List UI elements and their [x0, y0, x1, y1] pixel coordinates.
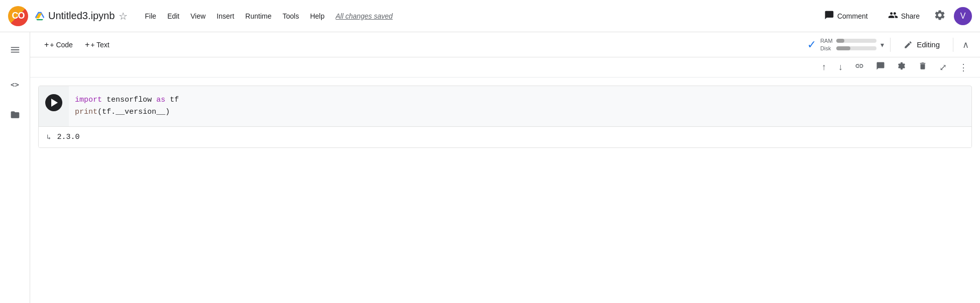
notebook-toolbar: + + Code + + Text ✓ RAM: [30, 32, 980, 57]
function-print: print: [75, 108, 97, 116]
add-text-plus-icon: +: [85, 40, 89, 49]
disk-bar-track: [836, 46, 876, 50]
cell-inner: import tensorflow as tf print(tf.__versi…: [39, 86, 971, 126]
nav-insert[interactable]: Insert: [212, 9, 239, 23]
add-code-button[interactable]: + + Code: [38, 37, 79, 52]
nav-tools[interactable]: Tools: [277, 9, 304, 23]
file-title: Untitled3.ipynb: [48, 10, 115, 22]
ram-bar: RAM: [820, 38, 876, 44]
comment-label: Comment: [837, 12, 868, 20]
connection-check-icon: ✓: [807, 38, 816, 51]
output-text: 2.3.0: [57, 133, 79, 141]
nav-help[interactable]: Help: [305, 9, 330, 23]
notebook-area: + + Code + + Text ✓ RAM: [30, 32, 980, 303]
more-options-button[interactable]: ⋮: [955, 60, 972, 75]
user-avatar[interactable]: V: [954, 7, 972, 25]
expand-cell-button[interactable]: ⤢: [935, 60, 951, 75]
ram-bar-track: [836, 39, 876, 43]
code-line-1: import tensorflow as tf: [75, 94, 965, 106]
ram-disk-dropdown-icon[interactable]: ▾: [880, 41, 884, 49]
nav-view[interactable]: View: [185, 9, 211, 23]
add-code-plus-icon: +: [44, 40, 49, 49]
share-icon: [888, 10, 898, 22]
editing-label: Editing: [917, 40, 940, 49]
code-content[interactable]: import tensorflow as tf print(tf.__versi…: [69, 86, 971, 126]
star-icon[interactable]: ☆: [119, 10, 128, 22]
disk-bar: Disk: [820, 45, 876, 51]
disk-label: Disk: [820, 45, 834, 51]
main-layout: <> + + Code + + Text ✓: [0, 32, 980, 303]
ram-bar-fill: [836, 39, 844, 43]
ram-disk-indicator[interactable]: ✓ RAM Disk: [807, 38, 884, 51]
nav-file[interactable]: File: [140, 9, 161, 23]
delete-cell-button[interactable]: [914, 59, 931, 75]
move-up-button[interactable]: ↑: [818, 60, 830, 74]
share-button[interactable]: Share: [882, 7, 926, 25]
comment-button[interactable]: Comment: [818, 7, 874, 25]
run-triangle-icon: [51, 99, 58, 107]
collapse-button[interactable]: ∧: [959, 36, 972, 53]
nav-runtime[interactable]: Runtime: [240, 9, 276, 23]
sidebar-folder-icon[interactable]: [6, 106, 24, 126]
move-down-button[interactable]: ↓: [834, 60, 847, 74]
cell-settings-button[interactable]: [893, 59, 910, 75]
comment-icon: [824, 10, 834, 22]
run-cell-button[interactable]: [45, 94, 62, 111]
keyword-as: as: [156, 96, 165, 104]
disk-bar-fill: [836, 46, 850, 50]
link-cell-button[interactable]: [851, 59, 868, 75]
nav-menu: File Edit View Insert Runtime Tools Help…: [140, 9, 398, 23]
keyword-import: import: [75, 96, 102, 104]
nav-saved-status: All changes saved: [331, 9, 398, 23]
toolbar-divider: [890, 38, 891, 52]
cells-container: import tensorflow as tf print(tf.__versi…: [30, 78, 980, 303]
code-cell: import tensorflow as tf print(tf.__versi…: [38, 86, 972, 148]
comment-cell-button[interactable]: [872, 59, 889, 75]
colab-logo[interactable]: CO: [8, 6, 28, 26]
sidebar-code-icon[interactable]: <>: [7, 74, 23, 94]
drive-icon: [34, 11, 45, 22]
run-button-area: [39, 86, 69, 126]
output-area: ↳ 2.3.0: [39, 126, 971, 147]
avatar-letter: V: [960, 12, 966, 21]
logo-text: CO: [12, 11, 25, 21]
ram-label: RAM: [820, 38, 834, 44]
nav-edit[interactable]: Edit: [162, 9, 184, 23]
add-text-button[interactable]: + + Text: [79, 37, 116, 52]
code-line-2: print(tf.__version__): [75, 106, 965, 118]
toolbar-divider-2: [953, 38, 953, 52]
sidebar: <>: [0, 32, 30, 303]
top-bar: CO Untitled3.ipynb ☆ File Edit View Inse…: [0, 0, 980, 32]
toolbar-right: ✓ RAM Disk: [807, 36, 972, 53]
output-arrow-icon: ↳: [47, 133, 51, 141]
add-code-label: + Code: [50, 41, 73, 49]
settings-icon[interactable]: [934, 9, 946, 23]
cell-toolbar: ↑ ↓ ⤢ ⋮: [30, 57, 980, 78]
sidebar-menu-icon[interactable]: [6, 40, 25, 62]
add-text-label: + Text: [90, 41, 110, 49]
share-label: Share: [901, 12, 920, 20]
top-bar-right: Comment Share V: [818, 7, 972, 25]
editing-button[interactable]: Editing: [897, 37, 947, 52]
